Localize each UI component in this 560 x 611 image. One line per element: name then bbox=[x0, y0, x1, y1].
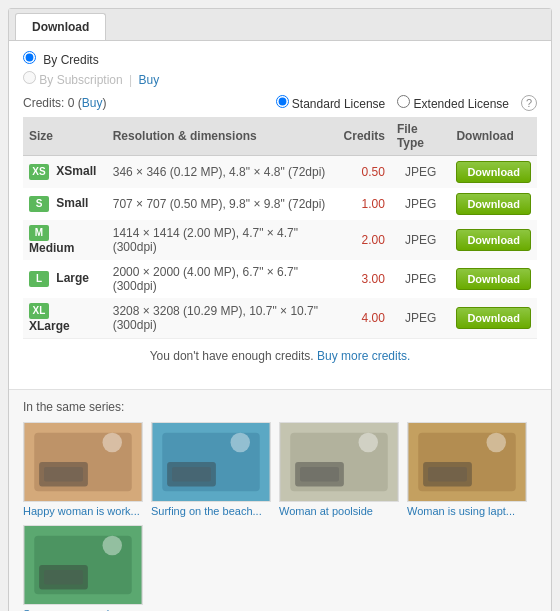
cell-desc-1: 707 × 707 (0.50 MP), 9.8" × 9.8" (72dpi) bbox=[107, 188, 338, 220]
col-download: Download bbox=[450, 117, 537, 156]
by-credits-radio[interactable] bbox=[23, 51, 36, 64]
svg-rect-14 bbox=[300, 467, 339, 482]
table-row: XL XLarge 3208 × 3208 (10.29 MP), 10.7" … bbox=[23, 298, 537, 338]
size-name-2: Medium bbox=[29, 241, 74, 255]
cell-download-3: Download bbox=[450, 260, 537, 298]
table-header-row: Size Resolution & dimensions Credits Fil… bbox=[23, 117, 537, 156]
download-button-1[interactable]: Download bbox=[456, 193, 531, 215]
download-table: Size Resolution & dimensions Credits Fil… bbox=[23, 117, 537, 338]
series-images: Happy woman is work... Surfing on the be… bbox=[23, 422, 537, 611]
size-desc-4: 3208 × 3208 (10.29 MP), 10.7" × 10.7" (3… bbox=[113, 304, 318, 332]
svg-rect-9 bbox=[172, 467, 211, 482]
cell-download-0: Download bbox=[450, 156, 537, 189]
size-badge-s: S bbox=[29, 196, 49, 212]
size-name-4: XLarge bbox=[29, 319, 70, 333]
size-name-0: XSmall bbox=[56, 164, 96, 178]
cell-download-1: Download bbox=[450, 188, 537, 220]
by-subscription-label: By Subscription bbox=[23, 73, 126, 87]
cell-filetype-3: JPEG bbox=[391, 260, 451, 298]
size-desc-3: 2000 × 2000 (4.00 MP), 6.7" × 6.7" (300d… bbox=[113, 265, 298, 293]
download-panel: Download By Credits By Subscription | Bu… bbox=[8, 8, 552, 611]
size-desc-2: 1414 × 1414 (2.00 MP), 4.7" × 4.7" (300d… bbox=[113, 226, 298, 254]
credits-license-row: Credits: 0 (Buy) Standard License Extend… bbox=[23, 95, 537, 111]
series-image-4 bbox=[23, 525, 143, 605]
series-image-3 bbox=[407, 422, 527, 502]
table-row: XS XSmall 346 × 346 (0.12 MP), 4.8" × 4.… bbox=[23, 156, 537, 189]
cell-desc-4: 3208 × 3208 (10.29 MP), 10.7" × 10.7" (3… bbox=[107, 298, 338, 338]
download-button-4[interactable]: Download bbox=[456, 307, 531, 329]
svg-rect-19 bbox=[428, 467, 467, 482]
license-options: Standard License Extended License ? bbox=[276, 95, 538, 111]
cell-desc-0: 346 × 346 (0.12 MP), 4.8" × 4.8" (72dpi) bbox=[107, 156, 338, 189]
cell-filetype-4: JPEG bbox=[391, 298, 451, 338]
cell-credits-4: 4.00 bbox=[338, 298, 391, 338]
buy-more-credits-link[interactable]: Buy more credits. bbox=[317, 349, 410, 363]
cell-size-2: M Medium bbox=[23, 220, 107, 260]
table-row: M Medium 1414 × 1414 (2.00 MP), 4.7" × 4… bbox=[23, 220, 537, 260]
table-row: S Small 707 × 707 (0.50 MP), 9.8" × 9.8"… bbox=[23, 188, 537, 220]
cell-size-1: S Small bbox=[23, 188, 107, 220]
series-image-1 bbox=[151, 422, 271, 502]
no-credits-message: You don't have enough credits. Buy more … bbox=[23, 338, 537, 373]
col-credits: Credits bbox=[338, 117, 391, 156]
size-badge-l: L bbox=[29, 271, 49, 287]
by-subscription-radio[interactable] bbox=[23, 71, 36, 84]
svg-point-22 bbox=[103, 536, 123, 556]
svg-point-2 bbox=[103, 433, 123, 453]
size-name-3: Large bbox=[56, 271, 89, 285]
standard-license-radio[interactable] bbox=[276, 95, 289, 108]
series-label-1: Surfing on the beach... bbox=[151, 505, 271, 517]
credits-buy-link[interactable]: Buy bbox=[82, 96, 103, 110]
size-name-1: Small bbox=[56, 196, 88, 210]
series-item[interactable]: Happy woman is work... bbox=[23, 422, 143, 517]
series-item[interactable]: Surfing on the beach... bbox=[151, 422, 271, 517]
cell-download-2: Download bbox=[450, 220, 537, 260]
svg-rect-24 bbox=[44, 570, 83, 585]
series-image-0 bbox=[23, 422, 143, 502]
by-credits-label[interactable]: By Credits bbox=[23, 53, 99, 67]
svg-point-12 bbox=[359, 433, 379, 453]
download-button-0[interactable]: Download bbox=[456, 161, 531, 183]
cell-size-0: XS XSmall bbox=[23, 156, 107, 189]
cell-credits-0: 0.50 bbox=[338, 156, 391, 189]
standard-license-label[interactable]: Standard License bbox=[276, 95, 386, 111]
cell-desc-2: 1414 × 1414 (2.00 MP), 4.7" × 4.7" (300d… bbox=[107, 220, 338, 260]
by-credits-row: By Credits bbox=[23, 51, 537, 67]
tab-bar: Download bbox=[9, 9, 551, 41]
download-button-3[interactable]: Download bbox=[456, 268, 531, 290]
series-title: In the same series: bbox=[23, 400, 537, 414]
cell-filetype-2: JPEG bbox=[391, 220, 451, 260]
buy-link[interactable]: Buy bbox=[139, 73, 160, 87]
svg-point-7 bbox=[231, 433, 251, 453]
cell-credits-2: 2.00 bbox=[338, 220, 391, 260]
cell-download-4: Download bbox=[450, 298, 537, 338]
cell-credits-1: 1.00 bbox=[338, 188, 391, 220]
cell-filetype-1: JPEG bbox=[391, 188, 451, 220]
credits-text: Credits: 0 (Buy) bbox=[23, 96, 106, 110]
extended-license-label[interactable]: Extended License bbox=[397, 95, 509, 111]
series-label-0: Happy woman is work... bbox=[23, 505, 143, 517]
series-item[interactable]: Woman is using lapt... bbox=[407, 422, 527, 517]
cell-credits-3: 3.00 bbox=[338, 260, 391, 298]
help-icon[interactable]: ? bbox=[521, 95, 537, 111]
series-label-3: Woman is using lapt... bbox=[407, 505, 527, 517]
cell-size-4: XL XLarge bbox=[23, 298, 107, 338]
series-section: In the same series: Happy woman is work.… bbox=[9, 389, 551, 611]
tab-download[interactable]: Download bbox=[15, 13, 106, 40]
cell-size-3: L Large bbox=[23, 260, 107, 298]
content-area: By Credits By Subscription | Buy Credits… bbox=[9, 41, 551, 383]
table-row: L Large 2000 × 2000 (4.00 MP), 6.7" × 6.… bbox=[23, 260, 537, 298]
size-badge-xs: XS bbox=[29, 164, 49, 180]
series-item[interactable]: Woman at poolside bbox=[279, 422, 399, 517]
size-badge-m: M bbox=[29, 225, 49, 241]
cell-desc-3: 2000 × 2000 (4.00 MP), 6.7" × 6.7" (300d… bbox=[107, 260, 338, 298]
series-item[interactable]: Sexy woman works n... bbox=[23, 525, 143, 611]
cell-filetype-0: JPEG bbox=[391, 156, 451, 189]
col-size: Size bbox=[23, 117, 107, 156]
col-resolution: Resolution & dimensions bbox=[107, 117, 338, 156]
col-filetype: File Type bbox=[391, 117, 451, 156]
size-badge-xl: XL bbox=[29, 303, 49, 319]
subscription-row: By Subscription | Buy bbox=[23, 71, 537, 87]
download-button-2[interactable]: Download bbox=[456, 229, 531, 251]
extended-license-radio[interactable] bbox=[397, 95, 410, 108]
